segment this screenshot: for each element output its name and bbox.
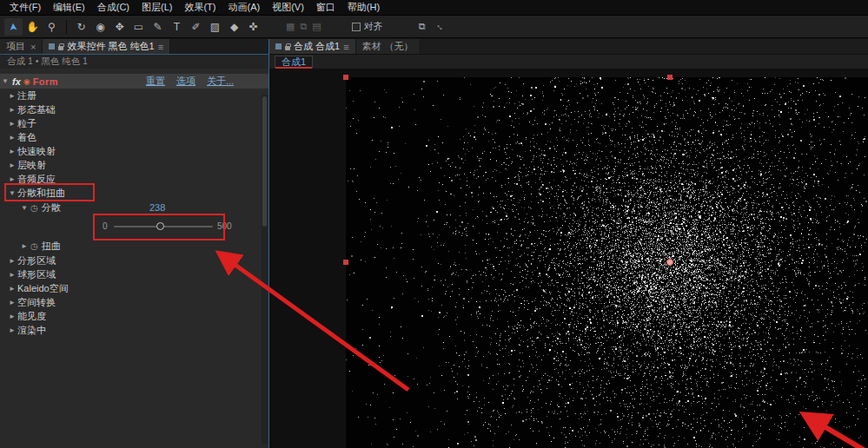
composition-panel: 合成 合成1 ≡ 素材 （无） 合成1: [269, 39, 868, 448]
prop-row-licensing[interactable]: ► 注册: [0, 89, 268, 102]
hand-tool-icon[interactable]: ✋: [23, 18, 42, 36]
disperse-value[interactable]: 238: [149, 202, 165, 213]
rotate-tool-icon[interactable]: ↻: [72, 18, 90, 36]
prop-row-fractal-field[interactable]: ► 分形区域: [0, 254, 268, 267]
layer-handle-top-left[interactable]: [343, 75, 348, 80]
prop-row-world-transform[interactable]: ► 空间转换: [0, 295, 268, 309]
snap-checkbox[interactable]: [352, 23, 361, 31]
puppet-tool-icon[interactable]: ✜: [244, 18, 262, 36]
main-area: 项目 × 效果控件 黑色 纯色1 ≡ 合成 1 • 黑色 纯色 1 ▼ fx ◉…: [0, 39, 868, 448]
stopwatch-icon[interactable]: ◷: [30, 203, 38, 213]
close-icon[interactable]: ×: [30, 42, 36, 52]
search-region-icon[interactable]: ⧉: [419, 21, 426, 32]
menu-layer[interactable]: 图层(L): [136, 1, 178, 14]
eraser-tool-icon[interactable]: ◆: [225, 18, 243, 36]
disperse-slider-row: 0 500: [0, 215, 268, 238]
prop-row-quick-maps[interactable]: ► 快速映射: [0, 144, 268, 158]
prop-label: 扭曲: [42, 240, 61, 253]
prop-row-rendering[interactable]: ► 渲染中: [0, 323, 268, 337]
composition-viewer[interactable]: [269, 69, 868, 448]
panel-menu-icon[interactable]: ≡: [343, 42, 348, 52]
shape-tool-icon[interactable]: ▭: [129, 18, 148, 36]
slider-min-label: 0: [103, 221, 108, 231]
twirl-collapsed-icon[interactable]: ►: [7, 326, 17, 334]
prop-row-layer-maps[interactable]: ► 层映射: [0, 158, 268, 172]
options-link[interactable]: 选项: [176, 75, 195, 88]
twirl-collapsed-icon[interactable]: ►: [7, 285, 17, 293]
twirl-collapsed-icon[interactable]: ►: [19, 242, 30, 250]
effect-name: Form: [33, 76, 59, 87]
stopwatch-icon[interactable]: ◷: [30, 241, 38, 251]
prop-row-disperse[interactable]: ▼ ◷ 分散 238: [0, 200, 268, 215]
pan-behind-tool-icon[interactable]: ✥: [110, 18, 129, 36]
camera-tool-icon[interactable]: ◉: [91, 18, 109, 36]
prop-label: 形态基础: [17, 103, 56, 116]
twirl-expanded-icon[interactable]: ▼: [7, 189, 17, 197]
prop-row-spherical-field[interactable]: ► 球形区域: [0, 267, 268, 281]
disperse-slider[interactable]: [114, 226, 213, 227]
text-tool-icon[interactable]: T: [168, 18, 186, 36]
brush-tool-icon[interactable]: ✐: [187, 18, 205, 36]
menu-animation[interactable]: 动画(A): [222, 1, 267, 14]
slider-max-label: 500: [217, 221, 232, 231]
composition-frame[interactable]: [346, 77, 868, 448]
menu-composition[interactable]: 合成(C): [91, 1, 136, 14]
tool-bar: ➤ ✋ ⚲ ↻ ◉ ✥ ▭ ✎ T ✐ ▨ ◆ ✜ ▦ ⧉ ▤ 对齐 ⧉ ↔: [0, 16, 868, 38]
tab-composition[interactable]: 合成 合成1 ≡: [269, 39, 356, 54]
prop-label: Kaleido空间: [17, 282, 69, 295]
disperse-slider-handle[interactable]: [156, 222, 164, 230]
prop-label: 空间转换: [17, 296, 56, 309]
twirl-expanded-icon[interactable]: ▼: [0, 77, 10, 85]
prop-row-base-form[interactable]: ► 形态基础: [0, 102, 268, 116]
left-panel-scrollbar[interactable]: [262, 95, 268, 445]
active-composition-chip[interactable]: 合成1: [275, 56, 313, 68]
prop-row-shading[interactable]: ► 着色: [0, 130, 268, 144]
zoom-tool-icon[interactable]: ⚲: [43, 18, 61, 36]
fx-badge-icon[interactable]: fx: [12, 76, 21, 87]
tab-footage[interactable]: 素材 （无）: [356, 39, 421, 54]
twirl-collapsed-icon[interactable]: ►: [7, 161, 17, 169]
menu-edit[interactable]: 编辑(E): [47, 1, 91, 14]
prop-row-kaleidospace[interactable]: ► Kaleido空间: [0, 281, 268, 295]
lock-icon: [285, 46, 290, 50]
twirl-collapsed-icon[interactable]: ►: [7, 120, 17, 128]
resize-region-icon[interactable]: ↔: [436, 21, 446, 32]
twirl-collapsed-icon[interactable]: ►: [7, 299, 17, 306]
stamp-tool-icon[interactable]: ▨: [206, 18, 224, 36]
form-logo-icon: ◉: [23, 77, 30, 86]
layer-handle-top-center[interactable]: [667, 75, 673, 80]
left-panel-tabs: 项目 × 效果控件 黑色 纯色1 ≡: [0, 39, 268, 55]
twirl-collapsed-icon[interactable]: ►: [7, 92, 17, 100]
selection-tool-icon[interactable]: ➤: [4, 18, 23, 36]
menu-file[interactable]: 文件(F): [3, 1, 47, 14]
prop-label: 层映射: [17, 159, 46, 172]
prop-row-disperse-twist[interactable]: ▼ 分散和扭曲: [0, 186, 268, 200]
twirl-collapsed-icon[interactable]: ►: [7, 106, 17, 114]
menu-window[interactable]: 窗口: [310, 1, 341, 14]
twirl-collapsed-icon[interactable]: ►: [7, 271, 17, 279]
twirl-collapsed-icon[interactable]: ►: [7, 134, 17, 142]
prop-row-particle[interactable]: ► 粒子: [0, 116, 268, 130]
prop-row-audio-react[interactable]: ► 音频反应: [0, 172, 268, 186]
layer-anchor-point[interactable]: [666, 259, 673, 266]
tab-effect-controls[interactable]: 效果控件 黑色 纯色1 ≡: [43, 39, 170, 54]
twirl-collapsed-icon[interactable]: ►: [7, 175, 17, 183]
scrollbar-thumb[interactable]: [262, 96, 267, 227]
twirl-expanded-icon[interactable]: ▼: [19, 204, 30, 212]
layer-handle-left-middle[interactable]: [343, 260, 348, 265]
prop-row-visibility[interactable]: ► 能见度: [0, 309, 268, 323]
panel-menu-icon[interactable]: ≡: [158, 42, 163, 52]
menu-view[interactable]: 视图(V): [266, 1, 310, 14]
menu-help[interactable]: 帮助(H): [341, 1, 386, 14]
about-link[interactable]: 关于...: [207, 75, 234, 88]
prop-row-twist[interactable]: ► ◷ 扭曲: [0, 238, 268, 254]
reset-link[interactable]: 重置: [146, 75, 165, 88]
pen-tool-icon[interactable]: ✎: [149, 18, 167, 36]
prop-label: 分形区域: [17, 254, 56, 267]
effect-header-form[interactable]: ▼ fx ◉ Form 重置 选项 关于...: [0, 74, 268, 89]
twirl-collapsed-icon[interactable]: ►: [7, 313, 17, 320]
twirl-collapsed-icon[interactable]: ►: [7, 257, 17, 265]
tab-project[interactable]: 项目 ×: [0, 39, 43, 54]
twirl-collapsed-icon[interactable]: ►: [7, 148, 17, 155]
menu-effect[interactable]: 效果(T): [178, 1, 222, 14]
